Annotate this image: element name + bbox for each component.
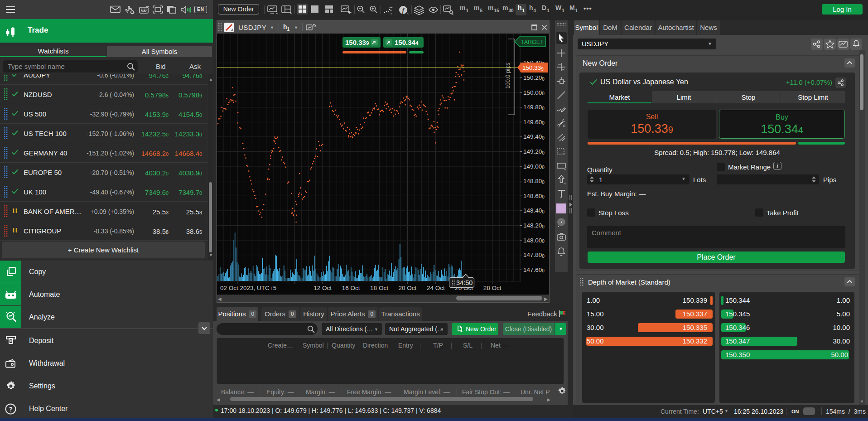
svg-text:150.344: 150.344 xyxy=(395,39,419,46)
svg-text:148.000: 148.000 xyxy=(523,237,545,244)
svg-text:150.000: 150.000 xyxy=(523,89,545,97)
svg-text:149.800: 149.800 xyxy=(523,104,545,111)
svg-text:150.200: 150.200 xyxy=(523,74,545,82)
svg-text:12 Oct: 12 Oct xyxy=(313,285,332,291)
svg-text:34:50: 34:50 xyxy=(456,279,473,286)
svg-text:150.339: 150.339 xyxy=(345,39,369,46)
svg-text:?: ? xyxy=(9,406,13,413)
svg-text:147.800: 147.800 xyxy=(523,252,545,259)
svg-text:148.600: 148.600 xyxy=(523,193,545,200)
svg-text:F: F xyxy=(564,152,566,156)
svg-text:149.200: 149.200 xyxy=(523,148,545,155)
svg-text:148.200: 148.200 xyxy=(523,222,545,229)
svg-text:149.000: 149.000 xyxy=(523,163,545,170)
svg-text:148.400: 148.400 xyxy=(523,207,545,214)
svg-text:148.800: 148.800 xyxy=(523,178,545,185)
svg-text:02 Oct 2023, UTC+5: 02 Oct 2023, UTC+5 xyxy=(220,285,276,291)
svg-text:150.339: 150.339 xyxy=(522,64,544,72)
svg-text:149.400: 149.400 xyxy=(523,133,545,140)
svg-text:20 Oct: 20 Oct xyxy=(399,285,417,291)
svg-text:TARGET: TARGET xyxy=(521,39,544,45)
svg-text:149.600: 149.600 xyxy=(523,119,545,126)
svg-text:147.600: 147.600 xyxy=(523,266,545,274)
svg-text:24 Oct: 24 Oct xyxy=(427,285,445,291)
svg-text:28 Oct: 28 Oct xyxy=(483,285,502,291)
svg-text:16 Oct: 16 Oct xyxy=(342,285,360,291)
svg-text:E: E xyxy=(563,124,565,128)
svg-text:100.0 pips: 100.0 pips xyxy=(505,63,511,89)
svg-text:18 Oct: 18 Oct xyxy=(370,285,388,291)
